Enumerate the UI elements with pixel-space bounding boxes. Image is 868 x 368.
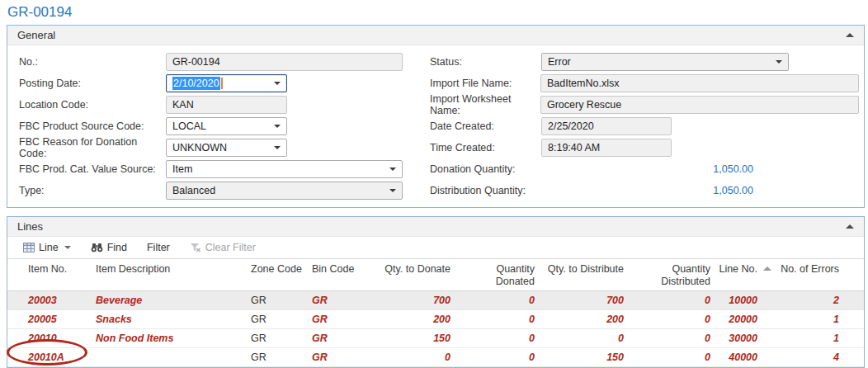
cell-item-no[interactable]: 20010 (7, 328, 89, 347)
cell-quantity-distributed[interactable]: 0 (628, 347, 715, 366)
cell-no-of-errors[interactable]: 1 (776, 328, 864, 347)
cell-line-no[interactable]: 30000 (715, 328, 776, 347)
cell-no-of-errors[interactable]: 2 (776, 290, 864, 309)
general-body: No.: GR-00194 Posting Date: 2/10/2020 Lo… (7, 45, 864, 201)
cell-bin-code[interactable]: GR (305, 290, 376, 309)
clear-filter-icon (190, 243, 201, 252)
dropdown-arrow-icon[interactable] (389, 189, 396, 192)
dropdown-arrow-icon[interactable] (274, 146, 281, 149)
form-row: Date Created: 2/25/2020 (430, 116, 859, 137)
cell-quantity-donated[interactable]: 0 (455, 290, 539, 309)
table-row[interactable]: 20010A GR GR 0 0 150 0 40000 4 (7, 347, 864, 366)
cell-no-of-errors[interactable]: 1 (776, 309, 864, 328)
line-menu-button[interactable]: Line (17, 239, 77, 256)
cell-item-no[interactable]: 20005 (7, 309, 89, 328)
fbc-prod-cat-source-label: FBC Prod. Cat. Value Source: (19, 163, 166, 175)
distribution-quantity-link[interactable]: 1,050.00 (541, 185, 753, 196)
cell-qty-to-distribute[interactable]: 200 (539, 309, 628, 328)
import-worksheet-name-label: Import Worksheet Name: (430, 93, 540, 116)
cell-qty-to-donate[interactable]: 0 (376, 347, 455, 366)
cell-zone-code[interactable]: GR (244, 347, 305, 366)
col-header-item-description[interactable]: Item Description (89, 259, 244, 290)
lines-toolbar: Line Find Filter (7, 237, 864, 259)
import-worksheet-name-field: Grocery Rescue (540, 96, 859, 114)
cell-quantity-distributed[interactable]: 0 (628, 328, 715, 347)
fbc-reason-donation-value: UNKNOWN (172, 142, 227, 153)
type-combobox[interactable]: Balanced (166, 182, 403, 200)
table-row[interactable]: 20003 Beverage GR GR 700 0 700 0 10000 2 (7, 290, 864, 309)
date-created-label: Date Created: (430, 120, 541, 132)
fbc-prod-cat-source-value: Item (172, 163, 192, 175)
fbc-reason-donation-combobox[interactable]: UNKNOWN (166, 139, 287, 157)
collapse-up-icon[interactable] (846, 33, 854, 37)
cell-item-description[interactable]: Non Food Items (89, 328, 244, 347)
cell-quantity-distributed[interactable]: 0 (628, 309, 715, 328)
cell-quantity-donated[interactable]: 0 (455, 328, 539, 347)
cell-line-no[interactable]: 40000 (715, 347, 776, 366)
form-row: FBC Prod. Cat. Value Source: Item (19, 158, 430, 180)
status-combobox[interactable]: Error (541, 53, 789, 71)
col-header-item-no[interactable]: Item No. (7, 259, 89, 290)
cell-item-description[interactable] (89, 347, 244, 366)
collapse-up-icon[interactable] (846, 224, 854, 229)
dropdown-arrow-icon[interactable] (389, 167, 396, 171)
cell-qty-to-distribute[interactable]: 150 (539, 347, 628, 366)
cell-quantity-donated[interactable]: 0 (455, 309, 539, 328)
cell-item-no[interactable]: 20010A (7, 347, 89, 366)
no-value: GR-00194 (172, 56, 220, 68)
cell-qty-to-distribute[interactable]: 0 (539, 328, 628, 347)
type-value: Balanced (172, 185, 215, 196)
find-label: Find (107, 242, 127, 253)
col-header-line-no[interactable]: Line No. (715, 259, 776, 290)
cell-qty-to-donate[interactable]: 150 (376, 328, 455, 347)
cell-bin-code[interactable]: GR (305, 347, 376, 366)
col-header-no-of-errors[interactable]: No. of Errors (776, 259, 864, 290)
cell-zone-code[interactable]: GR (244, 290, 305, 309)
dropdown-arrow-icon[interactable] (776, 60, 782, 64)
table-row[interactable]: 20005 Snacks GR GR 200 0 200 0 20000 1 (7, 309, 864, 328)
col-header-qty-to-donate[interactable]: Qty. to Donate (376, 259, 455, 290)
cell-qty-to-donate[interactable]: 200 (376, 309, 455, 328)
dropdown-arrow-icon[interactable] (274, 82, 281, 85)
import-file-name-value: BadItemNo.xlsx (547, 78, 620, 89)
cell-quantity-donated[interactable]: 0 (455, 347, 539, 366)
cell-line-no[interactable]: 20000 (715, 309, 776, 328)
form-row: No.: GR-00194 (19, 51, 430, 73)
no-label: No.: (19, 56, 166, 68)
cell-quantity-distributed[interactable]: 0 (628, 290, 715, 309)
col-header-bin-code[interactable]: Bin Code (305, 259, 376, 290)
fbc-product-source-value: LOCAL (172, 120, 206, 132)
posting-date-selected-text: 2/10/2020 (172, 77, 220, 90)
col-header-qty-to-distribute[interactable]: Qty. to Distribute (539, 259, 628, 290)
fbc-product-source-combobox[interactable]: LOCAL (166, 117, 287, 135)
cell-no-of-errors[interactable]: 4 (776, 347, 864, 366)
general-header[interactable]: General (7, 26, 864, 45)
posting-date-combobox[interactable]: 2/10/2020 (166, 74, 287, 92)
text-cursor (221, 78, 223, 89)
col-header-quantity-donated[interactable]: Quantity Donated (455, 259, 539, 290)
cell-qty-to-donate[interactable]: 700 (376, 290, 455, 309)
cell-qty-to-distribute[interactable]: 700 (539, 290, 628, 309)
clear-filter-button[interactable]: Clear Filter (184, 239, 262, 256)
find-button[interactable]: Find (85, 239, 133, 256)
cell-item-description[interactable]: Snacks (89, 309, 244, 328)
cell-item-no[interactable]: 20003 (7, 290, 89, 309)
table-row[interactable]: 20010 Non Food Items GR GR 150 0 0 0 300… (7, 328, 864, 347)
col-header-zone-code[interactable]: Zone Code (244, 259, 305, 290)
lines-header[interactable]: Lines (7, 217, 864, 237)
cell-line-no[interactable]: 10000 (715, 290, 776, 309)
status-label: Status: (430, 56, 541, 68)
time-created-field: 8:19:40 AM (541, 139, 672, 157)
cell-bin-code[interactable]: GR (305, 328, 376, 347)
donation-quantity-link[interactable]: 1,050.00 (541, 163, 753, 175)
cell-zone-code[interactable]: GR (244, 309, 305, 328)
filter-button[interactable]: Filter (141, 239, 176, 256)
dropdown-arrow-icon[interactable] (274, 125, 281, 128)
cell-item-description[interactable]: Beverage (89, 290, 244, 309)
caret-down-icon (64, 246, 71, 249)
cell-zone-code[interactable]: GR (244, 328, 305, 347)
fbc-prod-cat-value-source-combobox[interactable]: Item (166, 160, 403, 178)
cell-bin-code[interactable]: GR (305, 309, 376, 328)
time-created-value: 8:19:40 AM (548, 142, 600, 153)
col-header-quantity-distributed[interactable]: Quantity Distributed (628, 259, 715, 290)
